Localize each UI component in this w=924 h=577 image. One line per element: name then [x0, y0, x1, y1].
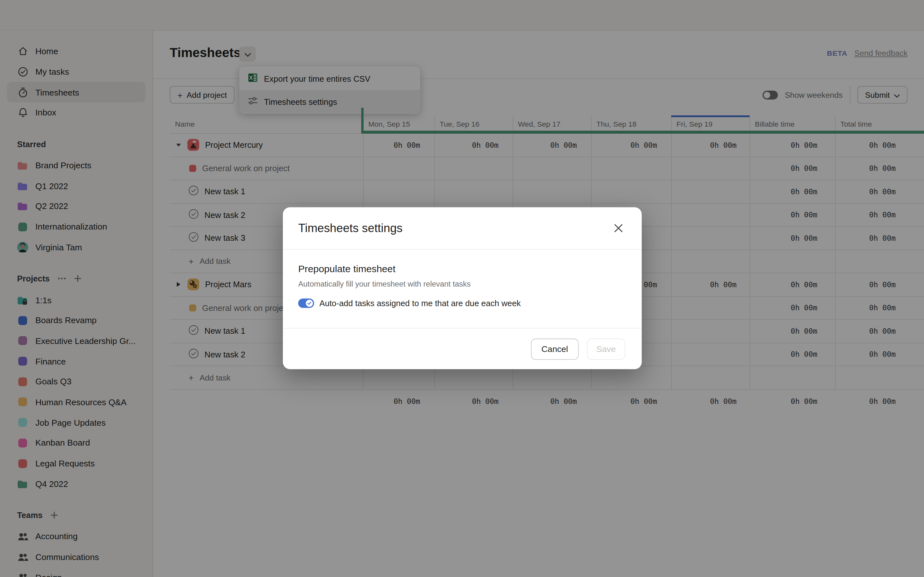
auto-add-toggle-label: Auto-add tasks assigned to me that are d… — [320, 298, 521, 308]
toggle-knob — [306, 300, 313, 307]
prepopulate-section-description: Automatically fill your timesheet with r… — [298, 279, 626, 288]
timesheets-settings-modal: Timesheets settings Prepopulate timeshee… — [283, 207, 642, 369]
prepopulate-section-title: Prepopulate timesheet — [298, 263, 626, 274]
auto-add-toggle[interactable] — [298, 298, 314, 308]
cancel-button[interactable]: Cancel — [531, 338, 579, 359]
app-window: Timesheets BETA Send feedback + Add proj… — [0, 0, 924, 577]
save-button[interactable]: Save — [587, 338, 625, 359]
modal-title: Timesheets settings — [298, 221, 402, 235]
close-icon[interactable] — [610, 220, 626, 236]
